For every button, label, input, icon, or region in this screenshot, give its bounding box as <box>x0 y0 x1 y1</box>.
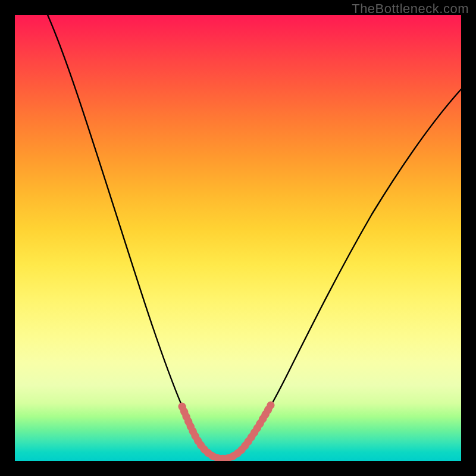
optimal-zone-marker-fill <box>182 405 271 459</box>
chart-frame: TheBottleneck.com <box>0 0 476 476</box>
watermark-text: TheBottleneck.com <box>352 1 469 17</box>
plot-area <box>15 15 461 461</box>
bottleneck-curve-path <box>48 15 461 459</box>
bottleneck-curve-svg <box>15 15 461 461</box>
